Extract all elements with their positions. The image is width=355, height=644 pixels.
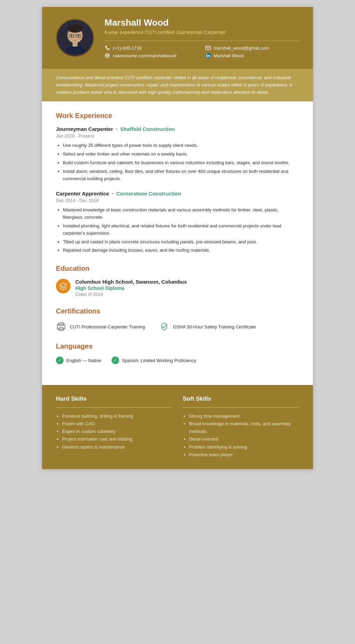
list-item: Fluent with CAD: [62, 420, 172, 428]
job-2-bullets: Mastered knowledge of basic construction…: [56, 207, 299, 254]
list-item: Project estimation cost and bidding: [62, 435, 172, 443]
lang-2: ✓ Spanish: Limited Working Proficiency: [112, 357, 196, 364]
lang-2-name: Spanish: Limited Working Proficiency: [122, 358, 196, 363]
languages-grid: ✓ English — Native ✓ Spanish: Limited Wo…: [56, 357, 299, 364]
skills-footer: Hard Skills Furniture building, drilling…: [42, 385, 313, 469]
header-name: Marshall Wood: [105, 17, 299, 28]
contact-phone: (+1)-000-1718: [105, 45, 198, 51]
list-item: Select and order timber and other materi…: [63, 151, 299, 158]
job-2-title: Carpenter Apprentice: [56, 191, 109, 196]
list-item: Problem identifying & solving: [189, 443, 299, 451]
hard-skills-col: Hard Skills Furniture building, drilling…: [56, 395, 172, 459]
edu-degree: High School Diploma: [75, 285, 187, 291]
soft-skills-title: Soft Skills: [183, 395, 299, 402]
avatar: [56, 19, 94, 57]
job-2-company: Cornerstone Construction: [116, 191, 181, 196]
svg-rect-9: [73, 42, 77, 47]
soft-skills-col: Soft Skills Strong time management. Broa…: [183, 395, 299, 459]
list-item: Detail-oriented: [189, 435, 299, 443]
contact-website: cakeresume.com/marshallwood: [105, 53, 198, 58]
list-item: Broad knowledge in materials, tools, and…: [189, 420, 299, 435]
education-details: Columbus High School, Swanson, Columbus …: [75, 279, 187, 297]
job-1-company: Shaffold Construction: [120, 126, 175, 132]
job-1: Journeyman Carpenter • Shaffold Construc…: [56, 126, 299, 182]
list-item: Proactive team player.: [189, 451, 299, 459]
lang-1: ✓ English — Native: [56, 357, 101, 364]
list-item: Expert in custom cabinetry: [62, 428, 172, 435]
list-item: Mastered knowledge of basic construction…: [63, 207, 299, 221]
job-1-title: Journeyman Carpenter: [56, 126, 113, 132]
work-experience-section: Work Experience Journeyman Carpenter • S…: [56, 112, 299, 254]
education-title: Education: [56, 265, 299, 273]
list-item: Installed plumbing, light electrical, an…: [63, 223, 299, 237]
contact-email: marshall_wood@gmail.com: [205, 45, 299, 51]
list-item: Use roughly 25 different types of power …: [63, 142, 299, 149]
svg-point-6: [78, 35, 80, 37]
svg-point-1: [67, 24, 83, 33]
list-item: Build custom furniture and cabinets for …: [63, 159, 299, 167]
list-item: Tilted up and casted in place concrete s…: [63, 239, 299, 246]
list-item: Furniture building, drilling & framing: [62, 412, 172, 420]
education-item: Columbus High School, Swanson, Columbus …: [56, 279, 299, 297]
cert-1-name: CUTI Professional Carpenter Training: [70, 324, 145, 329]
list-item: Repaired roof damage including trusses, …: [63, 247, 299, 254]
svg-point-7: [74, 37, 76, 39]
job-1-header: Journeyman Carpenter • Shaffold Construc…: [56, 126, 299, 132]
certifications-section: Certifications CUTI Professional Carpent…: [56, 307, 299, 332]
header-info: Marshall Wood 6-year experience CUTI cer…: [105, 17, 299, 58]
job-1-bullets: Use roughly 25 different types of power …: [56, 142, 299, 182]
contact-linkedin: Marshall Wood: [205, 53, 299, 58]
job-1-dates: Jan 2020 - Present: [56, 133, 299, 139]
education-icon: [56, 279, 71, 293]
edu-class: Class of 2014: [75, 292, 187, 297]
svg-rect-15: [206, 55, 207, 57]
hard-skills-list: Furniture building, drilling & framing F…: [56, 412, 172, 451]
summary-section: Conscientious and detail-oriented CUTI c…: [42, 69, 313, 101]
header-section: Marshall Wood 6-year experience CUTI cer…: [42, 7, 313, 69]
soft-skills-list: Strong time management. Broad knowledge …: [183, 412, 299, 459]
cert-2-name: OSHA 30-Hour Safety Training Certificate: [173, 324, 256, 329]
job-2: Carpenter Apprentice • Cornerstone Const…: [56, 191, 299, 254]
list-item: Install doors, windows, ceiling, floor t…: [63, 168, 299, 183]
lang-1-check-icon: ✓: [56, 357, 64, 364]
lang-2-check-icon: ✓: [112, 357, 119, 364]
svg-rect-10: [206, 46, 210, 50]
resume: Marshall Wood 6-year experience CUTI cer…: [42, 7, 313, 469]
languages-section: Languages ✓ English — Native ✓ Spanish: …: [56, 342, 299, 364]
job-2-header: Carpenter Apprentice • Cornerstone Const…: [56, 191, 299, 196]
edu-school: Columbus High School, Swanson, Columbus: [75, 279, 187, 285]
svg-point-5: [71, 35, 72, 37]
list-item: General repairs & maintenance: [62, 443, 172, 451]
svg-point-16: [206, 54, 207, 55]
job-2-dates: Dec 2014 - Dec 2018: [56, 198, 299, 203]
languages-title: Languages: [56, 342, 299, 350]
cert-2: OSHA 30-Hour Safety Training Certificate: [159, 321, 256, 332]
work-experience-title: Work Experience: [56, 112, 299, 120]
main-content: Work Experience Journeyman Carpenter • S…: [42, 101, 313, 385]
header-title: 6-year experience CUTI certified Journey…: [105, 30, 299, 35]
cert-1: CUTI Professional Carpenter Training: [56, 321, 145, 332]
hard-skills-title: Hard Skills: [56, 395, 172, 402]
lang-1-name: English — Native: [66, 358, 101, 363]
education-section: Education Columbus High School, Swanson,…: [56, 265, 299, 297]
list-item: Strong time management.: [189, 412, 299, 420]
certifications-title: Certifications: [56, 307, 299, 315]
certifications-grid: CUTI Professional Carpenter Training OSH…: [56, 321, 299, 332]
header-contacts: (+1)-000-1718 marshall_wood@gmail.com ca…: [105, 45, 299, 58]
summary-text: Conscientious and detail-oriented CUTI c…: [56, 74, 299, 96]
